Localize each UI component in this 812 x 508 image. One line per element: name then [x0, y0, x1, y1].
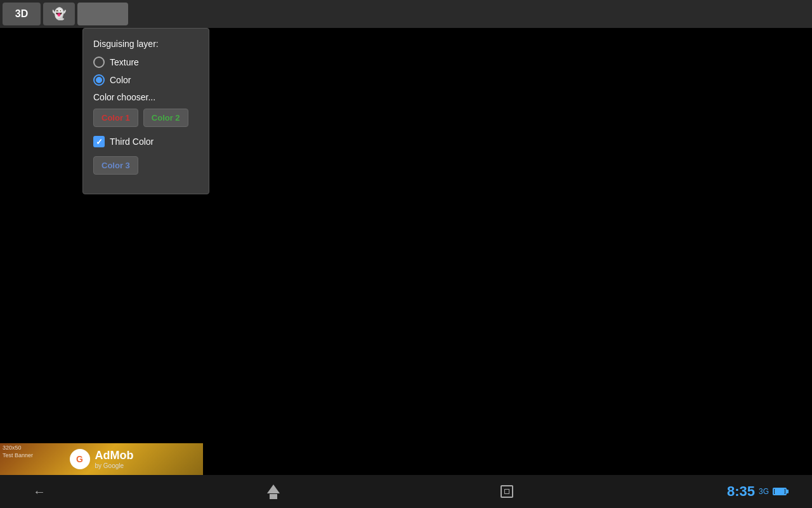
- third-color-label: Third Color: [110, 137, 154, 147]
- recents-icon: [501, 485, 513, 498]
- admob-text-group: AdMob by Google: [95, 449, 134, 469]
- color-label: Color: [110, 75, 131, 85]
- signal-indicator: 3G: [759, 487, 769, 496]
- ad-size-label: 320x50: [3, 444, 22, 451]
- ghost-icon: 👻: [52, 7, 66, 21]
- admob-text: AdMob: [95, 449, 134, 462]
- home-icon: [267, 485, 280, 493]
- color3-button-row: Color 3: [93, 156, 199, 175]
- color-buttons-row: Color 1 Color 2: [93, 109, 199, 127]
- back-button[interactable]: ←: [25, 478, 53, 505]
- third-color-checkbox-row[interactable]: Third Color: [93, 136, 199, 147]
- radio-color[interactable]: Color: [93, 74, 199, 86]
- radio-texture-circle: [93, 57, 105, 68]
- radio-texture[interactable]: Texture: [93, 57, 199, 68]
- home-door-icon: [270, 494, 277, 499]
- battery-fill: [775, 489, 785, 494]
- back-icon: ←: [33, 485, 46, 499]
- color2-button[interactable]: Color 2: [143, 109, 188, 127]
- btn-active[interactable]: [77, 3, 128, 25]
- status-area: 8:35 3G: [727, 483, 787, 500]
- recents-button[interactable]: [493, 478, 521, 505]
- dropdown-panel: Disguising layer: Texture Color Color ch…: [82, 28, 209, 194]
- color1-button[interactable]: Color 1: [93, 109, 138, 127]
- btn-3d[interactable]: 3D: [3, 3, 41, 25]
- ad-banner-label: Test Banner: [3, 452, 33, 458]
- recents-inner-icon: [504, 489, 509, 494]
- battery-icon: [773, 488, 787, 495]
- top-bar: 3D 👻: [0, 0, 812, 28]
- panel-title: Disguising layer:: [93, 39, 199, 49]
- color3-button[interactable]: Color 3: [93, 156, 138, 175]
- admob-logo: G: [70, 449, 90, 469]
- bottom-bar: ← 8:35 3G: [0, 475, 812, 508]
- btn-icon[interactable]: 👻: [43, 3, 75, 25]
- third-color-checkbox: [93, 136, 105, 147]
- home-button[interactable]: [259, 478, 287, 505]
- radio-color-circle: [93, 74, 105, 86]
- admob-by-google: by Google: [95, 462, 134, 469]
- ad-banner[interactable]: 320x50 Test Banner G AdMob by Google: [0, 443, 203, 475]
- time-display: 8:35: [727, 483, 755, 500]
- color-chooser-label: Color chooser...: [93, 92, 199, 102]
- texture-label: Texture: [110, 57, 139, 67]
